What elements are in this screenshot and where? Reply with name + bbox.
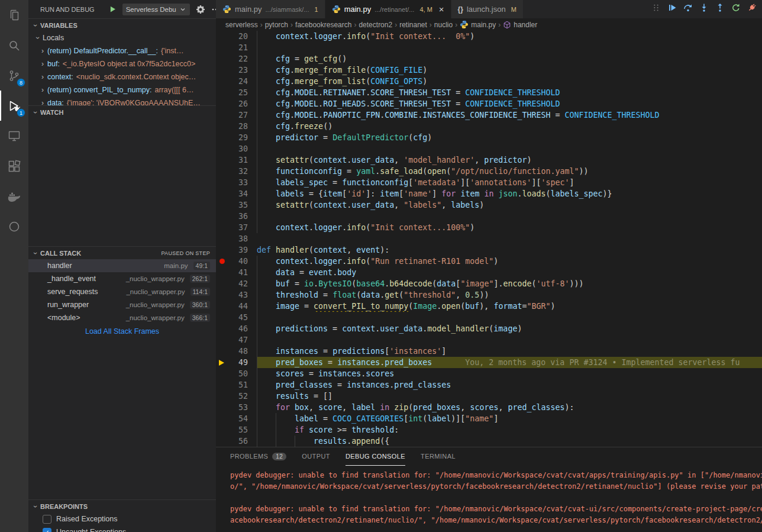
activity-item-docker[interactable] bbox=[0, 181, 28, 211]
line-content[interactable]: for box, score, label in zip(pred_boxes,… bbox=[257, 402, 762, 413]
panel-tab-terminal[interactable]: TERMINAL bbox=[421, 447, 456, 466]
code-line[interactable]: 35 setattr(context.user_data, "labels", … bbox=[216, 199, 762, 211]
variable-row[interactable]: ›(return) convert_PIL_to_numpy:array([[[… bbox=[28, 83, 216, 96]
code-line[interactable]: 45 bbox=[216, 312, 762, 323]
activity-item-source-control[interactable]: 8 bbox=[0, 60, 28, 91]
activity-item-search[interactable] bbox=[0, 30, 28, 60]
line-number[interactable]: 53 bbox=[229, 402, 248, 413]
line-content[interactable]: results = [] bbox=[257, 391, 762, 402]
line-content[interactable]: instances = predictions['instances'] bbox=[257, 346, 762, 357]
stack-frame-row[interactable]: _handle_event_nuclio_wrapper.py262:1 bbox=[28, 272, 216, 285]
line-number[interactable]: 47 bbox=[229, 334, 248, 346]
line-content[interactable]: functionconfig = yaml.safe_load(open("/o… bbox=[257, 166, 762, 177]
panel-tab-output[interactable]: OUTPUT bbox=[302, 447, 330, 466]
gutter-glyph-margin[interactable] bbox=[216, 256, 229, 267]
line-content[interactable]: label = COCO_CATEGORIES[int(label)]["nam… bbox=[257, 413, 762, 424]
gutter-glyph-margin[interactable] bbox=[216, 402, 229, 413]
call-stack-section-header[interactable]: › CALL STACK PAUSED ON STEP bbox=[28, 246, 216, 259]
tab-launch.json[interactable]: {}launch.jsonM bbox=[451, 0, 524, 18]
code-line[interactable]: 22 cfg = get_cfg() bbox=[216, 53, 762, 65]
code-line[interactable]: 56 results.append({ bbox=[216, 436, 762, 447]
code-line[interactable]: 52 results = [] bbox=[216, 391, 762, 402]
variable-row[interactable]: ›data:{'image': 'iVBORw0KGgoAAAANSUhE… bbox=[28, 96, 216, 105]
code-line[interactable]: 54 label = COCO_CATEGORIES[int(label)]["… bbox=[216, 413, 762, 424]
gutter-glyph-margin[interactable] bbox=[216, 76, 229, 87]
variable-row[interactable]: ›(return) DefaultPredictor.__call__:{'in… bbox=[28, 44, 216, 57]
line-number[interactable]: 41 bbox=[229, 267, 248, 278]
breadcrumb-item[interactable]: retinanet bbox=[399, 21, 427, 29]
breadcrumb-item[interactable]: facebookresearch bbox=[295, 21, 351, 29]
watch-section-header[interactable]: › WATCH bbox=[28, 105, 216, 118]
activity-item-live-share[interactable] bbox=[0, 211, 28, 241]
gripper-icon[interactable] bbox=[651, 2, 661, 13]
line-number[interactable]: 38 bbox=[229, 233, 248, 244]
breadcrumb-item[interactable]: detectron2 bbox=[359, 21, 392, 29]
gutter-glyph-margin[interactable] bbox=[216, 42, 229, 53]
gutter-glyph-margin[interactable] bbox=[216, 222, 229, 233]
gutter-glyph-margin[interactable] bbox=[216, 188, 229, 199]
line-content[interactable]: data = event.body bbox=[257, 267, 762, 278]
line-number[interactable]: 27 bbox=[229, 109, 248, 121]
line-number[interactable]: 22 bbox=[229, 53, 248, 65]
step-into-icon[interactable] bbox=[699, 2, 709, 13]
line-content[interactable] bbox=[257, 233, 762, 244]
gutter-glyph-margin[interactable] bbox=[216, 87, 229, 98]
gutter-glyph-margin[interactable] bbox=[216, 31, 229, 42]
code-line[interactable]: 51 pred_classes = instances.pred_classes bbox=[216, 379, 762, 391]
line-number[interactable]: 28 bbox=[229, 121, 248, 132]
line-number[interactable]: 30 bbox=[229, 143, 248, 154]
line-number[interactable]: 25 bbox=[229, 87, 248, 98]
line-content[interactable]: if score >= threshold: bbox=[257, 424, 762, 436]
line-number[interactable]: 42 bbox=[229, 278, 248, 289]
line-content[interactable] bbox=[257, 42, 762, 53]
line-number[interactable]: 21 bbox=[229, 42, 248, 53]
line-number[interactable]: 52 bbox=[229, 391, 248, 402]
line-number[interactable]: 54 bbox=[229, 413, 248, 424]
stack-frame-row[interactable]: handlermain.py49:1 bbox=[28, 259, 216, 272]
gutter-glyph-margin[interactable] bbox=[216, 98, 229, 109]
gutter-glyph-margin[interactable] bbox=[216, 368, 229, 379]
line-content[interactable]: predictions = context.user_data.model_ha… bbox=[257, 323, 762, 334]
gutter-glyph-margin[interactable] bbox=[216, 323, 229, 334]
variables-section-header[interactable]: › VARIABLES bbox=[28, 18, 216, 31]
code-line[interactable]: 20 context.logger.info("Init context... … bbox=[216, 31, 762, 42]
line-number[interactable]: 56 bbox=[229, 436, 248, 447]
stack-frame-row[interactable]: run_wrapper_nuclio_wrapper.py360:1 bbox=[28, 298, 216, 311]
gutter-glyph-margin[interactable] bbox=[216, 65, 229, 76]
gutter-glyph-margin[interactable] bbox=[216, 166, 229, 177]
gutter-glyph-margin[interactable] bbox=[216, 177, 229, 188]
line-number[interactable]: 43 bbox=[229, 289, 248, 301]
variables-scope-row[interactable]: ›Locals bbox=[28, 31, 216, 44]
activity-item-remote-explorer[interactable] bbox=[0, 121, 28, 151]
line-content[interactable]: def handler(context, event): bbox=[257, 244, 762, 256]
line-number[interactable]: 51 bbox=[229, 379, 248, 391]
gear-icon[interactable] bbox=[196, 5, 205, 14]
code-line[interactable]: 55 if score >= threshold: bbox=[216, 424, 762, 436]
code-line[interactable]: 36 bbox=[216, 211, 762, 222]
activity-item-explorer[interactable] bbox=[0, 0, 28, 30]
breakpoint-row[interactable]: Raised Exceptions bbox=[28, 512, 216, 525]
start-debugging-button[interactable] bbox=[109, 5, 117, 13]
line-content[interactable] bbox=[257, 143, 762, 154]
line-content[interactable]: setattr(context.user_data, 'model_handle… bbox=[257, 154, 762, 166]
gutter-glyph-margin[interactable] bbox=[216, 53, 229, 65]
code-line[interactable]: 53 for box, score, label in zip(pred_box… bbox=[216, 402, 762, 413]
gutter-glyph-margin[interactable] bbox=[216, 334, 229, 346]
gutter-glyph-margin[interactable] bbox=[216, 357, 229, 368]
code-line[interactable]: 40 context.logger.info("Run retinanet-R1… bbox=[216, 256, 762, 267]
line-content[interactable]: cfg.freeze() bbox=[257, 121, 762, 132]
variable-row[interactable]: ›buf:<_io.BytesIO object at 0x7f5a2dc1ec… bbox=[28, 57, 216, 70]
line-number[interactable]: 20 bbox=[229, 31, 248, 42]
code-line[interactable]: 43 threshold = float(data.get("threshold… bbox=[216, 289, 762, 301]
line-content[interactable]: predictor = DefaultPredictor(cfg) bbox=[257, 132, 762, 143]
line-content[interactable]: cfg.merge_from_list(CONFIG_OPTS) bbox=[257, 76, 762, 87]
line-content[interactable]: context.logger.info("Run retinanet-R101 … bbox=[257, 256, 762, 267]
line-content[interactable]: pred_classes = instances.pred_classes bbox=[257, 379, 762, 391]
gutter-glyph-margin[interactable] bbox=[216, 199, 229, 211]
line-number[interactable]: 45 bbox=[229, 312, 248, 323]
line-content[interactable]: setattr(context.user_data, "labels", lab… bbox=[257, 199, 762, 211]
line-number[interactable]: 55 bbox=[229, 424, 248, 436]
line-number[interactable]: 36 bbox=[229, 211, 248, 222]
step-over-icon[interactable] bbox=[683, 2, 693, 13]
code-line[interactable]: 50 scores = instances.scores bbox=[216, 368, 762, 379]
